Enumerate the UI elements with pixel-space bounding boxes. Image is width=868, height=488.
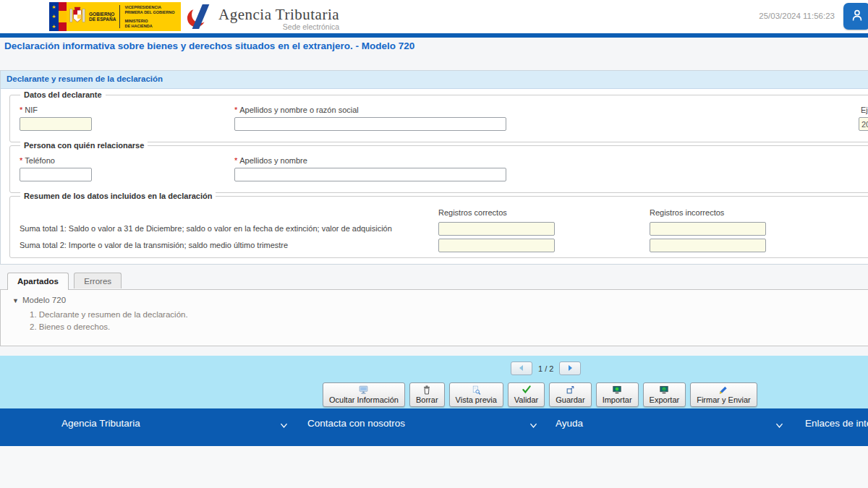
tab-errores[interactable]: Errores [74,273,122,288]
suma2-incorrectos-input[interactable] [650,239,766,252]
toolbar-button-label: Ocultar Información [329,395,399,404]
coat-of-arms-icon [69,4,85,29]
ejercicio-label: Ejercicio [861,106,868,114]
telefono-label: *Teléfono [20,156,55,165]
pagination: 1 / 2 [511,361,581,375]
apartados-panel: ▼Modelo 720 1. Declarante y resumen de l… [0,289,868,346]
toolbar-button-label: Validar [514,395,538,404]
government-logo: ★★★ GOBIERNO DE ESPAÑA [49,2,181,31]
agencia-tributaria-logo[interactable]: Agencia Tributaria Sede electrónica [187,3,339,33]
apellidos-nombre-input[interactable] [234,168,506,181]
triangle-right-icon [566,363,574,374]
toolbar-button-label: Guardar [556,395,584,404]
fieldset-legend: Resumen de los datos incluidos en la dec… [20,192,216,200]
ejercicio-input[interactable] [859,117,868,131]
action-band: 1 / 2 Ocultar InformaciónBorrarVista pre… [0,356,868,408]
declaration-panel: Declarante y resumen de la declaración D… [0,70,868,265]
chevron-down-icon: ▼ [12,297,19,304]
header: ★★★ GOBIERNO DE ESPAÑA [0,0,868,33]
fieldset-datos-declarante: Datos del declarante *NIF *Apellidos y n… [9,95,868,142]
spain-flag-stripe [59,2,67,31]
fieldset-legend: Persona con quién relacionarse [20,141,148,150]
export-button[interactable]: Exportar [643,382,686,407]
monitor-icon [358,385,369,395]
brand-name: Agencia Tributaria [218,6,339,24]
aeat-swoosh-icon [187,3,214,33]
monitor-button[interactable]: Ocultar Información [323,382,405,407]
modelo-720-page: ★★★ GOBIERNO DE ESPAÑA [0,0,868,488]
previous-page-button[interactable] [511,361,532,375]
section-header-bar: Declarante y resumen de la declaración [1,71,868,89]
suma1-incorrectos-input[interactable] [650,222,766,236]
import-icon [612,385,622,395]
apellidos-nombre-label: *Apellidos y nombre [234,156,307,165]
export-icon [659,385,669,395]
nif-label: *NIF [20,106,38,114]
gov-name: GOBIERNO DE ESPAÑA [89,12,116,22]
header-divider-bar [0,33,868,38]
preview-icon [472,385,481,395]
toolbar-button-label: Importar [603,395,632,404]
footer-link-ayuda[interactable]: Ayuda [556,418,583,429]
section-title: Declarante y resumen de la declaración [1,71,868,83]
suma-total-1-label: Suma total 1: Saldo o valor a 31 de Dici… [20,224,392,233]
chevron-down-icon[interactable] [529,420,538,433]
suma1-correctos-input[interactable] [438,222,555,236]
nif-input[interactable] [20,117,92,131]
trash-icon [422,385,431,395]
page-indicator: 1 / 2 [538,364,553,373]
import-button[interactable]: Importar [596,382,639,407]
toolbar-button-label: Firmar y Enviar [697,395,751,404]
footer-link-enlaces-de-inter-s[interactable]: Enlaces de interés [805,418,868,429]
footer-link-agencia-tributaria[interactable]: Agencia Tributaria [61,418,140,429]
fieldset-persona-contacto: Persona con quién relacionarse *Teléfono… [9,145,868,193]
suma2-correctos-input[interactable] [438,239,555,252]
save-icon [566,385,575,395]
tree-item-1[interactable]: 1. Declarante y resumen de la declaració… [30,310,188,319]
suma-total-2-label: Suma total 2: Importe o valor de la tran… [20,241,288,249]
gov-logo-plate: GOBIERNO DE ESPAÑA VICEPRESIDENCIA PRIME… [67,2,181,31]
user-account-button[interactable] [843,3,868,30]
col-registros-correctos: Registros correctos [438,208,507,217]
eu-flag-stripe: ★★★ [49,2,59,31]
datetime-display: 25/03/2024 11:56:23 [759,12,835,20]
trash-button[interactable]: Borrar [409,382,445,407]
fieldset-resumen-datos: Resumen de los datos incluidos en la dec… [9,196,868,258]
col-registros-incorrectos: Registros incorrectos [650,208,724,217]
toolbar: Ocultar InformaciónBorrarVista previaVal… [323,382,757,407]
check-button[interactable]: Validar [508,382,545,407]
sign-button[interactable]: Firmar y Enviar [690,382,757,407]
gov-departments: VICEPRESIDENCIA PRIMERA DEL GOBIERNO MIN… [119,5,174,28]
telefono-input[interactable] [20,168,92,181]
apellidos-razon-input[interactable] [234,117,506,131]
toolbar-button-label: Exportar [650,395,680,404]
page-title: Declaración informativa sobre bienes y d… [4,40,414,51]
sign-icon [718,385,728,395]
toolbar-button-label: Vista previa [456,395,497,404]
toolbar-button-label: Borrar [416,395,438,404]
tree-item-2[interactable]: 2. Bienes o derechos. [30,322,110,331]
tab-apartados[interactable]: Apartados [7,273,69,290]
tab-strip: Apartados Errores [7,273,124,290]
save-button[interactable]: Guardar [549,382,591,407]
chevron-down-icon[interactable] [279,420,289,433]
check-icon [522,385,532,395]
page-bottom-area [0,446,868,488]
footer-link-contacta-con-nosotros[interactable]: Contacta con nosotros [307,418,405,429]
apellidos-razon-label: *Apellidos y nombre o razón social [234,106,359,114]
preview-button[interactable]: Vista previa [449,382,503,407]
chevron-down-icon[interactable] [775,420,784,433]
fieldset-legend: Datos del declarante [20,90,106,99]
tree-node-modelo-720[interactable]: ▼Modelo 720 [12,296,66,304]
next-page-button[interactable] [559,361,581,375]
person-icon [850,8,864,25]
footer-nav: Agencia TributariaContacta con nosotrosA… [0,408,868,446]
triangle-left-icon [518,363,525,374]
